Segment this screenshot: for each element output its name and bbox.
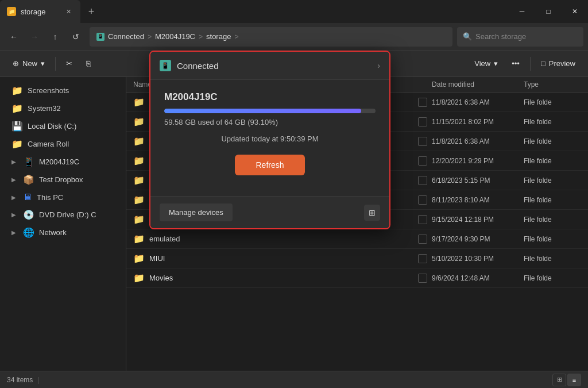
expand-icon: ▶ [11,159,18,165]
status-bar: 34 items | ⊞ ≡ [0,371,588,388]
window-controls: ─ □ ✕ [509,0,588,23]
sidebar-item-camera-roll[interactable]: 📁 Camera Roll [2,135,123,153]
file-type: File folde [524,216,581,224]
sidebar-label-camera-roll: Camera Roll [28,140,69,148]
forward-button[interactable]: → [25,28,44,46]
folder-icon: 📁 [11,85,23,96]
tab-title: storage [21,7,59,16]
back-button[interactable]: ← [5,28,23,46]
popup-header: 📱 Connected › [150,52,389,80]
file-folder-icon: 📁 [133,136,145,147]
view-label: View [474,59,490,68]
phone-icon: 📱 [23,156,34,167]
file-date: 12/20/2021 9:29 PM [432,157,524,165]
popup-title: Connected [177,61,372,71]
file-date: 9/6/2024 12:48 AM [432,274,524,282]
sidebar-item-local-disk[interactable]: 💾 Local Disk (C:) [2,117,123,135]
expand-icon: ▶ [11,229,18,236]
view-button[interactable]: View ▾ [469,56,504,71]
popup-footer: Manage devices ⊞ [150,196,389,228]
phone-indicator [418,98,427,107]
file-type: File folde [524,196,581,204]
new-tab-button[interactable]: + [83,3,100,20]
dropbox-icon: 📦 [23,174,34,185]
minimize-button[interactable]: ─ [509,0,535,23]
expand-icon: ▶ [11,176,18,183]
sidebar-label-network: Network [39,228,67,237]
more-button[interactable]: ••• [506,56,525,71]
table-row[interactable]: 📁 Movies 9/6/2024 12:48 AM File folde [126,268,588,288]
search-placeholder: Search storage [475,32,526,41]
sidebar-item-this-pc[interactable]: ▶ 🖥 This PC [2,189,123,206]
phone-indicator [418,117,427,126]
sidebar-item-network[interactable]: ▶ 🌐 Network [2,224,123,241]
file-type: File folde [524,235,581,243]
tab-close-button[interactable]: ✕ [63,6,74,17]
refresh-nav-button[interactable]: ↺ [67,28,85,46]
new-button[interactable]: ⊕ New ▾ [7,56,51,71]
file-name: emulated [149,235,180,243]
table-row[interactable]: 📁 MIUI 5/10/2022 10:30 PM File folde [126,249,588,268]
storage-text: 59.58 GB used of 64 GB (93.10%) [164,118,376,126]
dvd-icon: 💿 [23,209,34,220]
manage-devices-button[interactable]: Manage devices [160,203,233,221]
sidebar-item-m2004j19c[interactable]: ▶ 📱 M2004J19C [2,153,123,171]
expand-icon: ▶ [11,212,18,218]
file-date: 9/17/2024 9:30 PM [432,235,524,243]
copy-button[interactable]: ⎘ [80,56,96,71]
manage-icon-button[interactable]: ⊞ [364,205,380,221]
sidebar-item-test-dropbox[interactable]: ▶ 📦 Test Dropbox [2,171,123,189]
breadcrumb-connected: Connected [108,32,144,41]
title-bar-left: 📁 storage ✕ + [0,0,509,23]
popup-chevron-icon: › [377,61,380,70]
active-tab[interactable]: 📁 storage ✕ [0,0,80,23]
preview-button[interactable]: □ Preview [535,56,581,71]
cut-icon: ✂ [66,59,72,68]
sidebar-label-system32: System32 [28,104,61,113]
sidebar-label-dvd-drive: DVD Drive (D:) C [39,210,96,219]
table-row[interactable]: 📁 emulated 9/17/2024 9:30 PM File folde [126,229,588,249]
sidebar-label-screenshots: Screenshots [28,86,69,95]
title-bar: 📁 storage ✕ + ─ □ ✕ [0,0,588,23]
sidebar-item-screenshots[interactable]: 📁 Screenshots [2,82,123,99]
phone-indicator [418,274,427,283]
file-folder-icon: 📁 [133,253,145,264]
phone-indicator [418,235,427,244]
folder-icon: 📁 [11,139,23,149]
sidebar-item-dvd-drive[interactable]: ▶ 💿 DVD Drive (D:) C [2,206,123,224]
network-icon: 🌐 [23,227,34,238]
file-date: 11/8/2021 6:38 AM [432,137,524,145]
view-arrow: ▾ [494,59,498,68]
phone-indicator [418,156,427,166]
sidebar-item-system32[interactable]: 📁 System32 [2,99,123,117]
file-type: File folde [524,118,581,126]
breadcrumb-folder: storage [206,32,231,41]
refresh-button[interactable]: Refresh [235,155,304,175]
file-date: 5/10/2022 10:30 PM [432,255,524,263]
file-folder-icon: 📁 [133,214,145,225]
up-button[interactable]: ↑ [46,28,64,46]
preview-icon: □ [541,59,546,68]
toolbar-separator2 [530,57,531,71]
maximize-button[interactable]: □ [535,0,562,23]
grid-view-button[interactable]: ⊞ [552,374,566,386]
file-folder-icon: 📁 [133,175,145,186]
popup-body: M2004J19C 59.58 GB used of 64 GB (93.10%… [150,80,389,196]
view-icons: ⊞ ≡ [552,374,581,386]
window-close-button[interactable]: ✕ [562,0,588,23]
item-count: 34 items [7,376,33,384]
file-date: 6/18/2023 5:15 PM [432,176,524,185]
search-box[interactable]: 🔍 Search storage [457,27,583,47]
breadcrumb-sep2: > [199,33,203,41]
file-folder-icon: 📁 [133,97,145,107]
col-type-header: Type [524,80,581,89]
folder-icon: 📁 [11,103,23,114]
file-folder-icon: 📁 [133,272,145,283]
breadcrumb-device: M2004J19C [155,32,195,41]
cut-button[interactable]: ✂ [60,56,78,71]
list-view-button[interactable]: ≡ [567,374,581,386]
breadcrumb[interactable]: 📱 Connected > M2004J19C > storage > [90,27,452,47]
address-bar: ← → ↑ ↺ 📱 Connected > M2004J19C > storag… [0,23,588,51]
sidebar-label-m2004j19c: M2004J19C [39,157,79,166]
pc-icon: 🖥 [23,192,32,202]
